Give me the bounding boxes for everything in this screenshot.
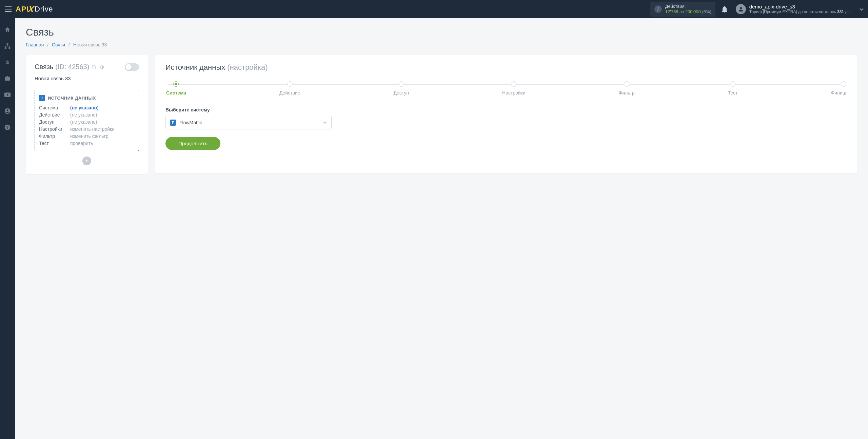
connection-id: (ID: 42563) (55, 63, 89, 71)
actions-counter[interactable]: i Действия: 12'756 из 200'000 (6%) (650, 2, 715, 16)
logo-text-x: X (27, 4, 35, 15)
connection-title: Связь (ID: 42563) (35, 63, 104, 71)
user-menu[interactable]: demo_apix-drive_s3 Тариф |Премиум EXTRA|… (736, 4, 864, 14)
step-finish[interactable]: Финиш (831, 81, 846, 96)
nav-account[interactable] (3, 107, 12, 115)
topbar: APIXDrive i Действия: 12'756 из 200'000 … (0, 0, 868, 18)
block-number: 1 (39, 95, 45, 101)
crumb-links[interactable]: Связи (52, 42, 65, 47)
chevron-down-icon (322, 120, 327, 125)
tariff-line: Тариф |Премиум EXTRA| до оплаты осталось… (749, 10, 850, 15)
user-info: demo_apix-drive_s3 Тариф |Премиум EXTRA|… (749, 4, 850, 14)
menu-toggle-button[interactable] (4, 5, 12, 13)
copy-button[interactable] (91, 64, 97, 70)
sitemap-icon (4, 43, 11, 49)
row-access-key[interactable]: Доступ (39, 119, 70, 125)
sidebar-nav: $ ? (0, 18, 15, 439)
row-action-key[interactable]: Действие (39, 112, 70, 118)
row-filter-val[interactable]: изменить фильтр (70, 133, 135, 139)
continue-button[interactable]: Продолжить (165, 137, 220, 150)
step-access[interactable]: Доступ (393, 81, 409, 96)
question-icon: ? (4, 124, 11, 131)
system-selected-value: FlowMattic (179, 120, 319, 125)
svg-text:$: $ (6, 59, 9, 65)
row-system-key[interactable]: Система (39, 105, 70, 110)
step-test[interactable]: Тест (728, 81, 738, 96)
row-settings-val[interactable]: изменить настройки (70, 126, 135, 132)
notifications-button[interactable] (722, 6, 732, 13)
svg-point-7 (7, 109, 8, 111)
hamburger-icon (5, 6, 12, 12)
add-block-button[interactable]: + (82, 156, 91, 165)
svg-text:?: ? (6, 125, 8, 129)
bell-icon (722, 6, 728, 13)
system-select[interactable]: F FlowMattic (165, 116, 332, 129)
nav-home[interactable] (3, 26, 12, 34)
tariff-suffix: дн (844, 9, 850, 14)
home-icon (4, 26, 11, 33)
step-system[interactable]: Система (166, 81, 186, 96)
connection-card: Связь (ID: 42563) Новая связь 33 1 ИСТОЧ… (26, 55, 148, 174)
user-icon (738, 6, 744, 12)
page-title: Связь (26, 26, 857, 38)
setup-title: Источник данных (настройка) (165, 63, 847, 72)
connection-title-label: Связь (35, 63, 53, 71)
nav-help[interactable]: ? (3, 123, 12, 131)
svg-rect-3 (8, 47, 10, 49)
nav-briefcase[interactable] (3, 75, 12, 83)
select-chevron (322, 120, 327, 125)
source-block: 1 ИСТОЧНИК ДАННЫХ Система (не указано) Д… (35, 90, 139, 151)
breadcrumb: Главная / Связи / Новая связь 33 (26, 42, 857, 47)
crumb-home[interactable]: Главная (26, 42, 44, 47)
setup-card: Источник данных (настройка) Система Дейс… (155, 55, 857, 173)
nav-connections[interactable] (3, 42, 12, 50)
crumb-current: Новая связь 33 (73, 42, 107, 47)
system-field-label: Выберите систему (165, 107, 847, 112)
svg-rect-1 (7, 43, 8, 45)
actions-limit: 200'000 (685, 9, 701, 14)
gear-icon (99, 64, 104, 70)
setup-title-main: Источник данных (165, 63, 225, 71)
briefcase-icon (4, 75, 11, 82)
system-option-icon: F (170, 120, 176, 126)
setup-title-sub: (настройка) (227, 63, 268, 71)
row-filter-key[interactable]: Фильтр (39, 133, 70, 139)
logo-text-drive: Drive (35, 5, 53, 14)
row-access-val: (не указано) (70, 119, 135, 125)
tariff-prefix: Тариф |Премиум EXTRA| до оплаты осталось (749, 9, 837, 14)
stepper: Система Действие Доступ Настройки Фильтр… (165, 81, 847, 96)
actions-text: Действия: 12'756 из 200'000 (6%) (665, 4, 711, 14)
row-action-val: (не указано) (70, 112, 135, 118)
dollar-icon: $ (4, 59, 11, 66)
actions-label: Действия: (665, 4, 711, 9)
actions-count: 12'756 (665, 9, 678, 14)
tariff-days: 381 (837, 9, 844, 14)
actions-pct: (6%) (702, 9, 711, 14)
settings-button[interactable] (99, 64, 104, 70)
svg-rect-10 (93, 66, 96, 69)
user-menu-chevron (859, 7, 864, 12)
username: demo_apix-drive_s3 (749, 4, 850, 9)
step-action[interactable]: Действие (279, 81, 300, 96)
info-icon: i (654, 5, 662, 13)
chevron-down-icon (859, 7, 864, 12)
connection-name: Новая связь 33 (35, 76, 139, 85)
svg-rect-2 (5, 47, 6, 49)
user-circle-icon (4, 108, 11, 114)
row-settings-key[interactable]: Настройки (39, 126, 70, 132)
row-test-val[interactable]: проверить (70, 141, 135, 146)
copy-icon (91, 64, 97, 70)
logo-text-api: API (16, 5, 28, 14)
step-settings[interactable]: Настройки (502, 81, 526, 96)
svg-point-0 (740, 7, 742, 9)
nav-billing[interactable]: $ (3, 58, 12, 66)
nav-youtube[interactable] (3, 91, 12, 99)
youtube-icon (4, 92, 11, 98)
row-test-key[interactable]: Тест (39, 141, 70, 146)
logo[interactable]: APIXDrive (16, 4, 53, 15)
actions-of: из (679, 9, 684, 14)
connection-toggle[interactable] (125, 63, 139, 71)
main-content: Связь Главная / Связи / Новая связь 33 С… (15, 18, 868, 439)
step-filter[interactable]: Фильтр (619, 81, 635, 96)
row-system-val[interactable]: (не указано) (70, 105, 135, 110)
